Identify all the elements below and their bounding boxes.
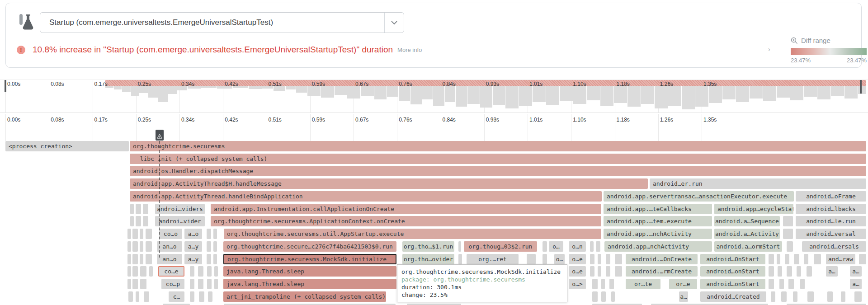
flame-frame[interactable]	[785, 254, 789, 264]
flame-frame[interactable]: android…OnStart	[700, 254, 765, 264]
flame-frame[interactable]: android.os.Handler.dispatchMessage	[130, 166, 866, 176]
flame-frame[interactable]: co…p	[161, 279, 184, 289]
flame-frame[interactable]: android…le.run	[796, 216, 866, 226]
flame-frame[interactable]: o…e	[569, 266, 586, 277]
flame-frame[interactable]	[794, 254, 799, 264]
flame-frame[interactable]: android.…rmCreate	[626, 266, 698, 277]
flame-frame[interactable]: org.thoughtcrime.secure…c276c7f4ba642150…	[223, 241, 396, 252]
flame-frame[interactable]: <process creation>	[5, 141, 129, 151]
flame-frame[interactable]: o…e	[569, 254, 586, 264]
flame-frame[interactable]: org.…ret	[467, 254, 519, 264]
flame-frame[interactable]	[136, 216, 141, 226]
flame-frame[interactable]: android.a…ormStart	[714, 241, 782, 252]
flame-frame[interactable]	[132, 266, 138, 277]
flame-frame[interactable]	[458, 241, 461, 252]
flame-frame[interactable]	[783, 229, 793, 239]
flame-frame[interactable]: android…Created	[700, 291, 766, 302]
flame-frame[interactable]	[787, 241, 793, 252]
flame-frame[interactable]	[207, 241, 211, 252]
flame-frame[interactable]: __libc_init (+ collapsed system calls)	[130, 154, 866, 164]
flame-frame[interactable]	[214, 279, 218, 289]
flame-frame[interactable]: a…o	[184, 229, 202, 239]
flame-frame[interactable]	[601, 279, 605, 289]
flame-frame[interactable]	[807, 291, 814, 302]
flame-frame[interactable]: art_jni_trampoline (+ collapsed system c…	[223, 291, 386, 302]
flame-frame[interactable]	[788, 279, 794, 289]
flame-frame[interactable]: or…e	[669, 279, 697, 289]
flame-frame[interactable]: org.tho…$1.run	[402, 241, 454, 252]
flame-frame[interactable]	[769, 266, 774, 277]
flame-frame[interactable]	[132, 241, 138, 252]
flame-frame[interactable]	[136, 204, 141, 214]
flame-frame[interactable]	[207, 254, 211, 264]
flame-frame[interactable]	[542, 254, 547, 264]
flame-frame[interactable]	[781, 291, 787, 302]
flame-frame[interactable]: a…y	[184, 254, 202, 264]
flame-frame[interactable]: android…versal	[796, 229, 866, 239]
marker-flag-icon[interactable]	[156, 130, 164, 141]
flame-frame[interactable]: android.app.ActivityThread.handleBindApp…	[130, 191, 602, 202]
flame-frame[interactable]: android.app.…teCallbacks	[604, 204, 712, 214]
flame-frame[interactable]	[590, 241, 594, 252]
flame-frame[interactable]	[854, 291, 862, 302]
flame-frame[interactable]	[771, 291, 775, 302]
minimap-right-handle[interactable]	[860, 80, 862, 94]
flame-frame[interactable]	[769, 254, 774, 264]
flame-frame[interactable]	[590, 266, 594, 277]
flame-frame[interactable]	[199, 291, 204, 302]
flame-frame[interactable]: co…o	[159, 229, 182, 239]
flame-frame[interactable]: android…lbacks	[796, 204, 866, 214]
flame-frame[interactable]: c…	[169, 291, 184, 302]
flame-frame[interactable]: android…ersals	[802, 241, 866, 252]
flame-frame[interactable]	[127, 254, 131, 264]
flame-frame[interactable]	[149, 266, 153, 277]
flame-frame[interactable]: a…	[826, 266, 838, 277]
flame-frame[interactable]	[146, 241, 152, 252]
flame-frame[interactable]	[793, 291, 797, 302]
flame-frame[interactable]	[127, 241, 131, 252]
flame-frame[interactable]	[841, 291, 845, 302]
flame-frame[interactable]	[769, 279, 774, 289]
flame-frame[interactable]	[804, 254, 808, 264]
flame-frame[interactable]	[590, 254, 594, 264]
flame-frame[interactable]	[592, 291, 598, 302]
flame-frame[interactable]	[859, 254, 866, 264]
flame-frame[interactable]	[207, 279, 212, 289]
flame-frame[interactable]	[458, 254, 462, 264]
flame-frame[interactable]: android.a…Sequence	[714, 216, 780, 226]
flame-frame[interactable]: o…	[554, 254, 565, 264]
flame-frame[interactable]: a…y	[184, 241, 202, 252]
flame-frame[interactable]	[598, 266, 601, 277]
flame-frame[interactable]	[615, 266, 622, 277]
flame-frame[interactable]: co…e	[158, 266, 184, 277]
flame-frame[interactable]: androi…vider	[155, 216, 205, 226]
flame-frame[interactable]	[601, 291, 606, 302]
flame-frame[interactable]	[140, 279, 146, 289]
flame-frame[interactable]	[132, 254, 138, 264]
flame-frame[interactable]	[140, 229, 143, 239]
flame-frame[interactable]	[596, 241, 600, 252]
flame-frame[interactable]	[130, 204, 134, 214]
flame-frame[interactable]	[128, 291, 133, 302]
flame-frame[interactable]	[779, 279, 784, 289]
flame-frame[interactable]: android…onStart	[700, 266, 765, 277]
flame-frame[interactable]	[787, 266, 792, 277]
flame-frame[interactable]	[827, 291, 833, 302]
flame-frame[interactable]: org.tho…ovider	[402, 254, 454, 264]
flame-frame[interactable]: android.app…ecycleState	[714, 204, 793, 214]
flame-frame[interactable]: java.lang.Thread.sleep	[223, 279, 396, 289]
flame-frame[interactable]	[140, 241, 143, 252]
flame-frame[interactable]: java.lang.Thread.sleep	[223, 266, 396, 277]
flame-frame[interactable]	[611, 291, 615, 302]
flame-frame[interactable]: an…o	[157, 241, 182, 252]
flame-frame[interactable]	[213, 241, 217, 252]
flame-frame[interactable]: org.thoughtcrime.securesms	[130, 141, 866, 151]
flame-frame[interactable]: an…o	[157, 254, 182, 264]
flame-frame[interactable]	[136, 291, 139, 302]
flame-frame[interactable]	[207, 266, 212, 277]
flame-frame[interactable]: android…onStart	[700, 279, 765, 289]
flame-frame[interactable]	[132, 279, 138, 289]
flame-frame[interactable]: android.app.…tem.execute	[604, 216, 712, 226]
flame-frame[interactable]	[783, 216, 793, 226]
flame-frame[interactable]	[615, 254, 622, 264]
